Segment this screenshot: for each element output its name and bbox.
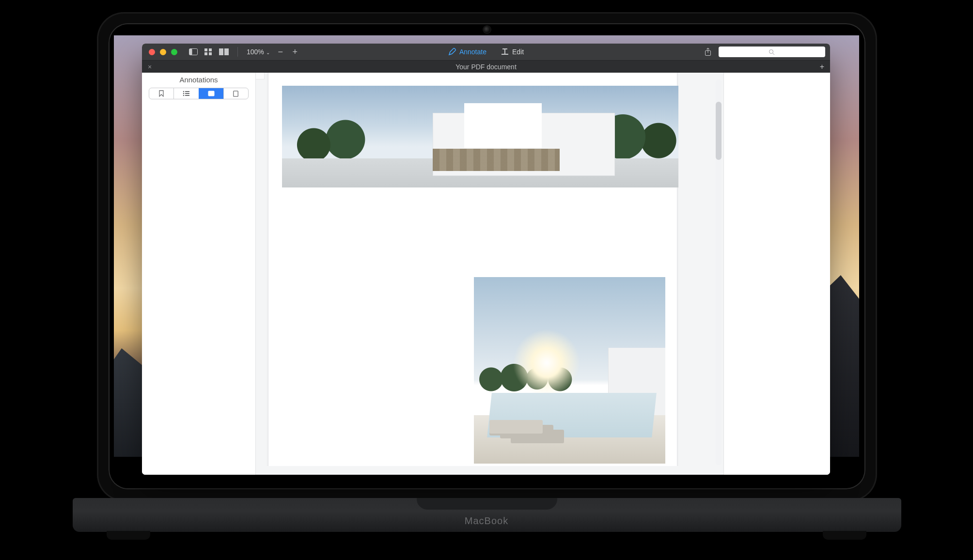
sidebar-toggle-icon[interactable]	[189, 48, 198, 55]
svg-rect-8	[502, 54, 508, 55]
sidebar-seg-outline[interactable]	[173, 88, 198, 99]
zoom-value: 100%	[247, 48, 264, 56]
svg-rect-19	[234, 91, 238, 96]
sidebar-seg-bookmarks[interactable]	[149, 88, 173, 99]
body: Annotations	[142, 73, 830, 475]
ruler-corner	[256, 73, 265, 79]
page-image-2[interactable]	[474, 277, 665, 464]
page-image-1[interactable]	[282, 86, 678, 187]
bookmark-icon	[158, 90, 164, 97]
svg-point-13	[183, 93, 185, 94]
sidebar: Annotations	[142, 73, 256, 475]
svg-rect-12	[185, 91, 189, 92]
macbook-foot	[823, 531, 866, 540]
zoom-in-button[interactable]: +	[291, 47, 299, 57]
window-minimize-button[interactable]	[160, 49, 166, 55]
svg-rect-7	[224, 48, 229, 55]
svg-rect-5	[209, 52, 212, 55]
add-tab-button[interactable]: +	[814, 62, 830, 71]
svg-rect-4	[204, 52, 207, 55]
macbook-trackpad-notch	[417, 498, 557, 510]
two-page-view-icon[interactable]	[219, 48, 229, 55]
search-icon	[769, 49, 775, 55]
annotations-panel-icon	[208, 91, 215, 96]
svg-rect-18	[209, 92, 212, 93]
svg-rect-14	[185, 93, 189, 94]
document-canvas[interactable]	[256, 73, 723, 475]
image-decoration	[489, 420, 543, 434]
svg-rect-6	[219, 48, 223, 55]
svg-rect-16	[185, 95, 189, 96]
tab-bar: × Your PDF document +	[142, 60, 830, 73]
edit-text-icon	[501, 48, 509, 55]
page-thumb-icon	[233, 91, 238, 97]
toolbar: 100% ⌄ − + Annotate Edit	[142, 44, 830, 60]
sidebar-header: Annotations	[142, 73, 255, 88]
svg-rect-3	[209, 48, 212, 51]
window-traffic-lights	[142, 49, 184, 55]
edit-label: Edit	[512, 48, 524, 55]
sidebar-seg-annotations[interactable]	[199, 88, 223, 99]
macbook-label: MacBook	[0, 515, 973, 527]
zoom-group: 100% ⌄ − +	[242, 47, 304, 57]
pdf-page[interactable]	[268, 73, 677, 466]
mode-switch: Annotate Edit	[448, 48, 524, 56]
vertical-scrollbar[interactable]	[716, 79, 722, 465]
document-scroll[interactable]	[265, 73, 715, 466]
search-input[interactable]	[719, 47, 825, 57]
svg-point-10	[769, 49, 773, 53]
view-mode-group	[184, 48, 234, 55]
app-window: 100% ⌄ − + Annotate Edit	[142, 44, 830, 475]
window-zoom-button[interactable]	[171, 49, 177, 55]
sidebar-segmented-control	[149, 88, 249, 99]
toolbar-divider	[237, 47, 238, 57]
outline-list-icon	[183, 91, 189, 96]
svg-rect-2	[204, 48, 207, 51]
window-close-button[interactable]	[149, 49, 155, 55]
zoom-level-dropdown[interactable]: 100% ⌄	[247, 48, 270, 56]
image-decoration	[513, 329, 581, 397]
share-icon[interactable]	[704, 47, 712, 56]
tab-close-button[interactable]: ×	[142, 63, 157, 71]
scrollbar-thumb[interactable]	[716, 102, 722, 160]
sidebar-seg-thumbnails[interactable]	[223, 88, 248, 99]
svg-point-15	[183, 95, 185, 96]
chevron-down-icon: ⌄	[266, 50, 270, 55]
annotate-icon	[448, 48, 456, 56]
image-decoration	[433, 149, 560, 171]
tab-title: Your PDF document	[455, 63, 517, 71]
zoom-out-button[interactable]: −	[277, 47, 284, 57]
edit-mode-button[interactable]: Edit	[501, 48, 524, 56]
annotate-label: Annotate	[459, 48, 486, 55]
grid-view-icon[interactable]	[204, 48, 212, 55]
annotate-mode-button[interactable]: Annotate	[448, 48, 486, 56]
svg-point-11	[183, 91, 185, 93]
right-panel	[723, 73, 830, 475]
image-decoration	[464, 103, 542, 148]
macbook-foot	[107, 531, 150, 540]
svg-rect-1	[189, 49, 192, 55]
camera-dot	[484, 26, 490, 33]
